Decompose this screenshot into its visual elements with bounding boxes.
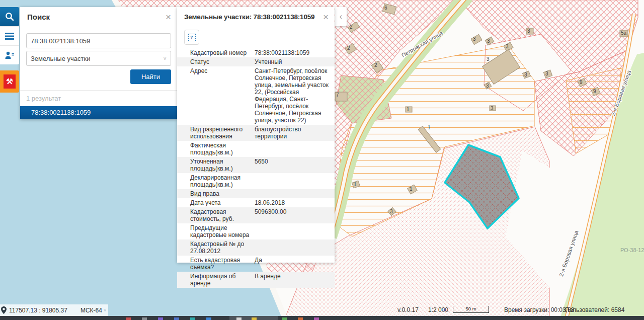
chevron-down-icon: ˅ <box>104 308 106 313</box>
search-panel: Поиск × Земельные участки ˅ Найти 1 резу… <box>20 7 177 119</box>
results-list: 78:38:0021138:1059 <box>20 106 177 119</box>
collapse-panel-button[interactable]: ‹ <box>335 7 347 26</box>
building-number: 3 <box>473 36 476 42</box>
row-value: 78:38:0021138:1059 <box>255 49 331 56</box>
attributes-table: Кадастровый номер78:38:0021138:1059Стату… <box>177 48 335 288</box>
building-number: 5a <box>621 30 627 36</box>
spb-emblem-button[interactable]: ⚒ <box>0 70 19 93</box>
area-label: РО-38-124 <box>620 247 644 253</box>
row-label: Вид разрешенного использования <box>190 126 255 140</box>
location-pin-icon <box>1 306 7 314</box>
app-window: 62227111133333333335a99 Петровская улица… <box>0 0 644 320</box>
os-taskbar[interactable] <box>0 316 644 320</box>
row-value: 18.06.2018 <box>255 199 331 206</box>
table-row: Декларированная площадь(кв.м.) <box>177 173 335 189</box>
row-label: Фактическая площадь(кв.м.) <box>190 142 255 156</box>
detail-panel-title: Земельные участки: 78:38:0021138:1059 <box>184 13 314 21</box>
question-icon: ? <box>188 34 196 41</box>
row-value: Да <box>255 257 331 271</box>
building-number: 3 <box>390 209 393 214</box>
building-number: 1 <box>407 107 410 112</box>
building-number: 3 <box>545 71 548 76</box>
row-value <box>255 174 331 188</box>
row-label: Декларированная площадь(кв.м.) <box>190 174 255 188</box>
search-tool-button[interactable] <box>0 7 19 26</box>
row-value: 5096300.00 <box>255 208 331 222</box>
identify-help-button[interactable]: ? <box>184 30 199 45</box>
table-row: Уточненная площадь(кв.м.)5650 <box>177 157 335 173</box>
building-number: 3 <box>527 28 530 34</box>
building-number: 1 <box>410 186 413 192</box>
row-value <box>255 142 331 156</box>
users-icon <box>5 51 15 59</box>
building-number: 3 <box>486 83 489 89</box>
table-row: Вид права <box>177 189 335 198</box>
find-button[interactable]: Найти <box>130 69 171 84</box>
scalebar: 50 m <box>453 306 489 313</box>
search-type-select[interactable]: Земельные участки ˅ <box>26 51 171 66</box>
row-label: Кадастровый номер <box>190 49 255 56</box>
result-item[interactable]: 78:38:0021138:1059 <box>20 106 177 119</box>
users-count: Пользователей: 6584 <box>565 306 624 313</box>
search-panel-title: Поиск <box>27 13 50 21</box>
row-label: Предыдущие кадастровые номера <box>190 224 255 238</box>
layers-menu-button[interactable] <box>0 26 19 45</box>
building-number: 2 <box>374 62 377 68</box>
row-value <box>255 241 331 255</box>
parcel-detail-panel: Земельные участки: 78:38:0021138:1059 × … <box>177 7 335 263</box>
building-number: 3 <box>487 56 490 62</box>
building-number: 2 <box>347 45 350 51</box>
table-row: Кадастровый номер78:38:0021138:1059 <box>177 48 335 57</box>
row-value: В аренде <box>255 273 331 287</box>
table-row: Есть кадастровая съёмка?Да <box>177 256 335 272</box>
row-label: Адрес <box>190 67 255 124</box>
building-number: 3 <box>524 72 527 77</box>
table-row: АдресСанкт-Петербург, посёлок Солнечное,… <box>177 66 335 125</box>
table-row: Кадастровая стоимость, руб.5096300.00 <box>177 207 335 223</box>
table-row: Кадастровый № до 27.08.2012 <box>177 239 335 256</box>
map-scale: 1:2 000 <box>428 306 448 313</box>
row-label: Есть кадастровая съёмка? <box>190 257 255 271</box>
chevron-down-icon: ˅ <box>164 55 167 61</box>
table-row: Предыдущие кадастровые номера <box>177 223 335 239</box>
search-icon <box>5 12 15 22</box>
row-label: Информация об аренде <box>190 273 255 287</box>
app-version: v.0.0.17 <box>397 306 419 313</box>
building-number: 3 <box>506 44 509 49</box>
close-icon[interactable]: × <box>323 12 329 22</box>
load-time: Время загрузки: 00:03,68 <box>504 306 574 313</box>
user-info-button[interactable] <box>0 45 19 64</box>
building-number: 1 <box>428 125 431 130</box>
table-row: Фактическая площадь(кв.м.) <box>177 141 335 157</box>
close-icon[interactable]: × <box>166 12 171 22</box>
row-value <box>255 190 331 197</box>
table-row: Вид разрешенного использованияблагоустро… <box>177 125 335 141</box>
row-label: Вид права <box>190 190 255 197</box>
row-value: благоустройство территории <box>255 126 331 140</box>
coordinates-bar: 117507.13 : 91805.37 МСК-64 ˅ <box>0 304 108 316</box>
results-count: 1 результат <box>20 90 177 106</box>
table-row: СтатусУчтенный <box>177 57 335 66</box>
table-row: Дата учета18.06.2018 <box>177 198 335 207</box>
building-number: 3 <box>487 38 490 44</box>
row-label: Статус <box>190 58 255 65</box>
table-row: Информация об арендеВ аренде <box>177 272 335 288</box>
row-value: Санкт-Петербург, посёлок Солнечное, Петр… <box>255 67 331 124</box>
crs-select[interactable]: МСК-64 ˅ <box>80 307 106 314</box>
building-number: 9 <box>580 79 583 85</box>
row-value <box>255 224 331 238</box>
cursor-coordinates: 117507.13 : 91805.37 <box>9 307 67 314</box>
building-number: 1 <box>354 182 357 187</box>
row-label: Кадастровый № до 27.08.2012 <box>190 241 255 255</box>
menu-icon <box>5 32 15 40</box>
row-label: Уточненная площадь(кв.м.) <box>190 158 255 172</box>
row-value: Учтенный <box>255 58 331 65</box>
building-number: 9 <box>593 89 596 94</box>
row-value: 5650 <box>255 158 331 172</box>
spb-emblem-icon: ⚒ <box>4 74 16 89</box>
row-label: Дата учета <box>190 199 255 206</box>
search-input[interactable] <box>26 33 171 48</box>
building-number: 6 <box>384 5 387 11</box>
building-number: 2 <box>350 24 353 30</box>
chevron-left-icon: ‹ <box>340 12 342 21</box>
